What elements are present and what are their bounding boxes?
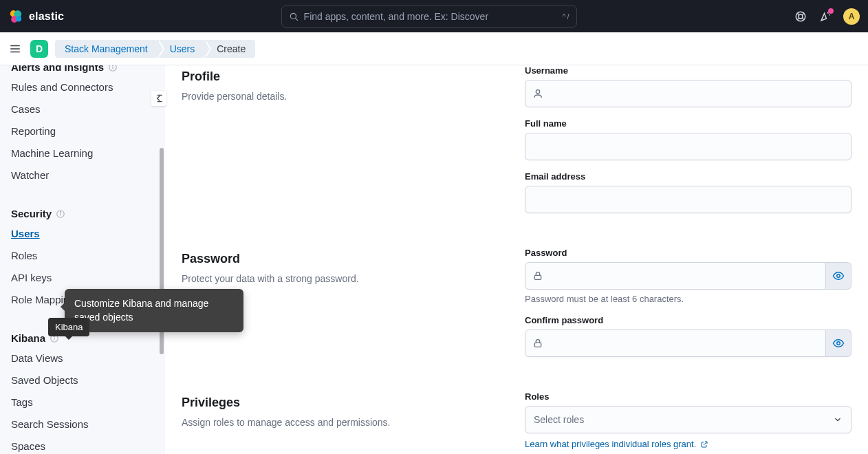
sidebar-item-data-views[interactable]: Data Views xyxy=(0,348,165,370)
profile-desc: Provide personal details. xyxy=(182,89,508,104)
svg-line-5 xyxy=(295,18,297,20)
password-label: Password xyxy=(525,248,851,258)
sidebar-item-machine-learning[interactable]: Machine Learning xyxy=(0,143,165,165)
svg-rect-31 xyxy=(534,343,541,347)
svg-point-7 xyxy=(799,14,803,19)
search-icon xyxy=(289,12,299,21)
profile-title: Profile xyxy=(182,69,508,84)
svg-line-9 xyxy=(802,12,804,14)
help-icon[interactable] xyxy=(794,10,807,23)
lock-icon xyxy=(532,338,543,349)
sidebar-item-tags[interactable]: Tags xyxy=(0,392,165,414)
main-content: Profile Provide personal details. Userna… xyxy=(165,65,868,454)
breadcrumb-stack-management[interactable]: Stack Management xyxy=(55,40,158,58)
elastic-logo-icon xyxy=(8,9,23,24)
sidebar-item-rules-connectors[interactable]: Rules and Connectors xyxy=(0,77,165,99)
svg-point-4 xyxy=(290,13,296,19)
sidebar-scrollbar[interactable] xyxy=(160,65,164,454)
sidebar-item-api-keys[interactable]: API keys xyxy=(0,268,165,290)
privileges-title: Privileges xyxy=(182,396,508,410)
confirm-password-reveal-button[interactable] xyxy=(826,329,851,357)
password-desc: Protect your data with a strong password… xyxy=(182,272,508,286)
lock-icon xyxy=(532,270,543,281)
info-icon[interactable] xyxy=(56,209,65,219)
password-title: Password xyxy=(182,252,508,266)
privileges-section: Privileges Assign roles to manage access… xyxy=(182,391,508,454)
sidebar-item-saved-objects[interactable]: Saved Objects xyxy=(0,370,165,392)
confirm-password-label: Confirm password xyxy=(525,315,851,325)
sidebar-item-watcher[interactable]: Watcher xyxy=(0,165,165,187)
side-nav: Alerts and Insights Rules and Connectors… xyxy=(0,65,165,454)
password-field[interactable] xyxy=(525,262,826,290)
sidebar-item-reporting[interactable]: Reporting xyxy=(0,121,165,143)
username-field[interactable] xyxy=(525,80,851,107)
sidebar-item-cases[interactable]: Cases xyxy=(0,99,165,121)
user-avatar[interactable]: A xyxy=(843,8,860,25)
info-icon[interactable] xyxy=(108,65,118,72)
svg-line-11 xyxy=(802,18,804,20)
confirm-password-field[interactable] xyxy=(525,329,826,357)
profile-section: Profile Provide personal details. xyxy=(182,65,508,224)
search-placeholder: Find apps, content, and more. Ex: Discov… xyxy=(304,11,557,22)
brand-logo[interactable]: elastic xyxy=(8,9,64,24)
password-helper: Password must be at least 6 characters. xyxy=(525,294,851,304)
app-header: elastic Find apps, content, and more. Ex… xyxy=(0,0,868,32)
svg-point-3 xyxy=(16,16,21,21)
sidebar-item-spaces[interactable]: Spaces xyxy=(0,436,165,454)
roles-select[interactable]: Select roles xyxy=(525,406,851,433)
svg-point-30 xyxy=(837,274,840,278)
menu-icon xyxy=(9,43,21,55)
search-shortcut: ^/ xyxy=(562,12,569,21)
sidebar-collapse-toggle[interactable] xyxy=(151,91,166,106)
roles-label: Roles xyxy=(525,391,851,402)
svg-rect-29 xyxy=(534,275,541,279)
external-link-icon xyxy=(700,440,708,448)
eye-icon xyxy=(832,270,845,282)
nav-section-alerts: Alerts and Insights xyxy=(0,65,165,77)
brand-name: elastic xyxy=(29,10,64,23)
privileges-desc: Assign roles to manage access and permis… xyxy=(182,415,508,430)
notification-dot xyxy=(828,8,834,14)
breadcrumb: Stack Management Users Create xyxy=(55,40,255,58)
nav-toggle[interactable] xyxy=(7,41,23,57)
lifering-icon xyxy=(794,10,807,23)
fullname-label: Full name xyxy=(525,118,851,129)
sidebar-item-roles[interactable]: Roles xyxy=(0,246,165,268)
username-label: Username xyxy=(525,65,851,76)
global-search[interactable]: Find apps, content, and more. Ex: Discov… xyxy=(281,6,577,28)
kibana-label-tooltip: Kibana xyxy=(48,318,89,336)
space-selector[interactable]: D xyxy=(30,40,48,58)
sub-header: D Stack Management Users Create xyxy=(0,32,868,65)
sidebar-item-users[interactable]: Users xyxy=(0,224,165,246)
svg-point-32 xyxy=(837,342,840,345)
svg-point-28 xyxy=(536,90,539,94)
sidebar-item-search-sessions[interactable]: Search Sessions xyxy=(0,414,165,436)
roles-learn-link[interactable]: Learn what privileges individual roles g… xyxy=(525,439,708,449)
user-icon xyxy=(532,88,543,99)
kibana-section-tooltip: Customize Kibana and manage saved object… xyxy=(65,289,243,332)
roles-placeholder: Select roles xyxy=(534,414,584,425)
chevron-down-icon xyxy=(833,415,843,424)
svg-line-10 xyxy=(797,18,799,20)
nav-section-security: Security xyxy=(0,197,165,224)
eye-icon xyxy=(832,337,845,349)
svg-point-24 xyxy=(61,211,61,212)
newsfeed-icon[interactable] xyxy=(818,10,832,23)
collapse-icon xyxy=(154,94,164,103)
password-reveal-button[interactable] xyxy=(826,262,851,290)
fullname-field[interactable] xyxy=(525,133,851,160)
email-label: Email address xyxy=(525,171,851,182)
email-field[interactable] xyxy=(525,186,851,213)
svg-line-8 xyxy=(797,12,799,14)
